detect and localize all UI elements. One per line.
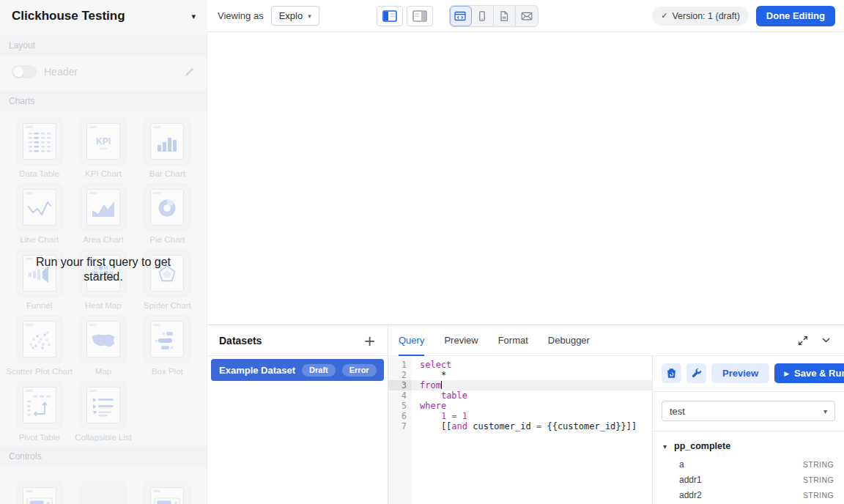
- datasets-header: Datasets +: [207, 325, 388, 356]
- line-number: 4: [388, 390, 412, 401]
- chart-card-label: Pie Chart: [149, 235, 185, 244]
- chart-card-label: Box Plot: [152, 367, 183, 376]
- chart-card-bar-chart[interactable]: Bar Chart: [136, 118, 199, 178]
- scatter-plot-glyph: [25, 327, 54, 354]
- dashboard-canvas[interactable]: [207, 32, 844, 325]
- chart-card-box: [80, 184, 127, 231]
- chart-card-kpi-chart[interactable]: KPIKPI Chart: [72, 118, 135, 178]
- control-card[interactable]: [136, 482, 199, 504]
- top-bar-main: Viewing as Explo ▾: [207, 0, 844, 32]
- mobile-preview-button[interactable]: [472, 6, 494, 26]
- schema-column-row: addr2STRING: [663, 487, 834, 503]
- tab-format[interactable]: Format: [498, 325, 528, 356]
- chart-card-scatter-plot-chart[interactable]: Scatter Plot Chart: [8, 316, 71, 376]
- add-dataset-button[interactable]: +: [363, 333, 376, 348]
- chart-card-collapsible-list[interactable]: Collapsible List: [72, 382, 135, 442]
- left-panel-toggle-button[interactable]: [377, 6, 403, 26]
- query-tab-bar: QueryPreviewFormatDebugger: [388, 325, 844, 356]
- code-line: 1 = 1: [412, 411, 652, 421]
- column-name: a: [679, 459, 684, 470]
- right-panel-toggle-button[interactable]: [407, 6, 433, 26]
- chart-card-box: [16, 118, 63, 165]
- chart-card-map[interactable]: Map: [72, 316, 135, 376]
- expand-panel-button[interactable]: [798, 336, 808, 346]
- map-glyph: [89, 327, 118, 354]
- chart-card-box: [144, 316, 190, 363]
- dataset-badge-draft: Draft: [302, 364, 336, 377]
- line-chart-glyph: [25, 196, 54, 222]
- chart-card-label: Map: [95, 367, 111, 376]
- save-and-run-button[interactable]: ▶ Save & Run: [774, 363, 844, 383]
- column-name: addr2: [679, 490, 702, 500]
- chart-card-box: [80, 382, 127, 429]
- caret-down-icon: ▾: [663, 442, 667, 451]
- pdf-preview-button[interactable]: [494, 6, 516, 26]
- text-cursor: [441, 381, 442, 389]
- column-type: STRING: [803, 475, 834, 484]
- chart-card-pivot-table[interactable]: Pivot Table: [8, 382, 71, 442]
- title-dropdown-caret-icon[interactable]: ▾: [191, 12, 196, 21]
- chart-card-line-chart[interactable]: Line Chart: [8, 184, 71, 244]
- sql-editor[interactable]: 1234567 select *from tablewhere 1 = 1 [[…: [388, 356, 652, 504]
- control-card-box: [16, 482, 63, 504]
- email-preview-button[interactable]: [516, 6, 538, 26]
- pencil-icon: [184, 67, 195, 78]
- header-toggle-switch[interactable]: [12, 65, 37, 78]
- tab-preview[interactable]: Preview: [444, 325, 478, 356]
- query-editor-area: QueryPreviewFormatDebugger: [388, 325, 844, 504]
- chart-card-box: KPI: [80, 118, 127, 165]
- dashboard-title-area[interactable]: Clickhouse Testing ▾: [0, 0, 207, 32]
- pivot-table-icon: [23, 387, 56, 423]
- dropdown-control-icon: [23, 487, 56, 504]
- bar-chart-glyph: [152, 130, 182, 156]
- dataset-badge-error: Error: [342, 364, 377, 377]
- panel-window-controls: [798, 325, 844, 355]
- chart-card-label: Scatter Plot Chart: [6, 367, 73, 376]
- format-query-button[interactable]: [686, 363, 706, 383]
- tab-debugger[interactable]: Debugger: [548, 325, 590, 356]
- page-title: Clickhouse Testing: [12, 9, 125, 23]
- chart-card-label: KPI Chart: [85, 169, 122, 178]
- chart-card-area-chart[interactable]: Area Chart: [72, 184, 135, 244]
- chart-card-box: [16, 382, 63, 429]
- email-preview-icon: [521, 11, 533, 21]
- left-panel-icon: [382, 10, 397, 22]
- datasource-select[interactable]: test ▾: [662, 401, 835, 421]
- editor-code-area[interactable]: select *from tablewhere 1 = 1 [[and cust…: [412, 356, 652, 504]
- chart-card-box-plot[interactable]: Box Plot: [136, 316, 199, 376]
- svg-text:KPI: KPI: [96, 136, 111, 147]
- box-plot-icon: [150, 321, 184, 357]
- viewing-as-dropdown[interactable]: Explo ▾: [271, 6, 319, 26]
- chart-card-data-table[interactable]: Data Table: [8, 118, 71, 178]
- delete-query-button[interactable]: [662, 363, 681, 383]
- tab-query[interactable]: Query: [399, 325, 424, 356]
- play-icon: ▶: [784, 370, 789, 377]
- trash-icon: [666, 368, 677, 379]
- controls-grid: [0, 475, 207, 504]
- line-number: 7: [388, 421, 412, 431]
- control-card[interactable]: [8, 482, 71, 504]
- chart-card-box: [80, 316, 127, 363]
- chevron-down-icon: ▾: [823, 407, 827, 415]
- schema-table-header[interactable]: ▾ pp_complete: [663, 436, 834, 456]
- preview-query-button[interactable]: Preview: [711, 363, 769, 383]
- top-bar: Clickhouse Testing ▾ Viewing as Explo ▾: [0, 0, 844, 32]
- code-line: from: [412, 380, 652, 390]
- code-line: where: [412, 401, 652, 411]
- pie-chart-icon: [150, 189, 184, 226]
- dataset-row[interactable]: Example DatasetDraftError: [211, 359, 384, 381]
- schema-browser: ▾ pp_complete aSTRINGaddr1STRINGaddr2STR…: [653, 431, 844, 504]
- edit-header-button[interactable]: [184, 67, 195, 78]
- desktop-preview-button[interactable]: [450, 6, 472, 26]
- query-actions-row: Preview ▶ Save & Run: [653, 356, 844, 392]
- collapsible-list-glyph: [89, 393, 118, 420]
- chart-card-pie-chart[interactable]: Pie Chart: [136, 184, 199, 244]
- schema-table-name: pp_complete: [674, 441, 730, 451]
- query-panel-body: 1234567 select *from tablewhere 1 = 1 [[…: [388, 356, 844, 504]
- done-editing-button[interactable]: Done Editing: [756, 6, 835, 26]
- empty-state-message: Run your first query to get started.: [0, 255, 207, 284]
- chevron-down-icon: ▾: [308, 12, 311, 20]
- control-card[interactable]: [72, 482, 135, 504]
- chevron-down-icon: [821, 336, 831, 345]
- collapse-panel-button[interactable]: [821, 336, 831, 345]
